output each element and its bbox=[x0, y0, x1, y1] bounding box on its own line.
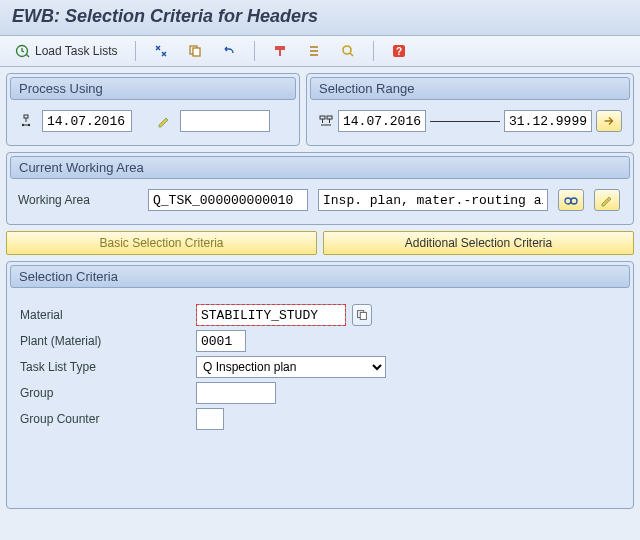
arrow-right-icon bbox=[601, 113, 617, 129]
svg-rect-4 bbox=[279, 50, 281, 56]
working-area-label: Working Area bbox=[18, 193, 138, 207]
copy-button[interactable] bbox=[180, 40, 210, 62]
content: Process Using Selection Range bbox=[0, 67, 640, 515]
material-label: Material bbox=[20, 308, 190, 322]
change-number-input[interactable] bbox=[180, 110, 270, 132]
svg-point-13 bbox=[565, 198, 571, 204]
toolbar: Load Task Lists ? bbox=[0, 36, 640, 67]
tools-button[interactable] bbox=[146, 40, 176, 62]
svg-text:?: ? bbox=[395, 46, 401, 57]
svg-rect-11 bbox=[320, 116, 325, 119]
help-button[interactable]: ? bbox=[384, 40, 414, 62]
search-button[interactable] bbox=[333, 40, 363, 62]
titlebar: EWB: Selection Criteria for Headers bbox=[0, 0, 640, 36]
range-icon bbox=[318, 113, 334, 129]
multi-select-icon bbox=[354, 307, 370, 323]
criteria-tabs: Basic Selection Criteria Additional Sele… bbox=[6, 231, 634, 255]
group-input[interactable] bbox=[196, 382, 276, 404]
groupcounter-input[interactable] bbox=[196, 408, 224, 430]
svg-rect-3 bbox=[275, 46, 285, 50]
load-task-lists-button[interactable]: Load Task Lists bbox=[8, 40, 125, 62]
svg-point-14 bbox=[571, 198, 577, 204]
range-to-input[interactable] bbox=[504, 110, 592, 132]
svg-rect-8 bbox=[24, 115, 28, 118]
material-valuehelp-button[interactable] bbox=[352, 304, 372, 326]
tools-icon bbox=[153, 43, 169, 59]
tab-additional[interactable]: Additional Selection Criteria bbox=[323, 231, 634, 255]
group-label: Group bbox=[20, 386, 190, 400]
plant-label: Plant (Material) bbox=[20, 334, 190, 348]
toolbar-separator bbox=[254, 41, 255, 61]
list-icon bbox=[306, 43, 322, 59]
svg-point-9 bbox=[22, 124, 24, 126]
tab-basic[interactable]: Basic Selection Criteria bbox=[6, 231, 317, 255]
undo-icon bbox=[221, 43, 237, 59]
edit-button[interactable] bbox=[594, 189, 620, 211]
working-area-panel: Current Working Area Working Area bbox=[6, 152, 634, 225]
svg-rect-16 bbox=[360, 312, 366, 319]
search-icon bbox=[340, 43, 356, 59]
undo-button[interactable] bbox=[214, 40, 244, 62]
svg-point-5 bbox=[343, 46, 351, 54]
marker-icon bbox=[272, 43, 288, 59]
load-task-lists-label: Load Task Lists bbox=[35, 44, 118, 58]
range-from-input[interactable] bbox=[338, 110, 426, 132]
action2-button[interactable] bbox=[299, 40, 329, 62]
working-area-header: Current Working Area bbox=[10, 156, 630, 179]
working-area-desc bbox=[318, 189, 548, 211]
process-using-header: Process Using bbox=[10, 77, 296, 100]
clock-execute-icon bbox=[15, 43, 31, 59]
help-icon: ? bbox=[391, 43, 407, 59]
plant-input[interactable] bbox=[196, 330, 246, 352]
toolbar-separator bbox=[135, 41, 136, 61]
toolbar-separator bbox=[373, 41, 374, 61]
selection-criteria-panel: Selection Criteria Material Plant (Mater… bbox=[6, 261, 634, 509]
selection-range-panel: Selection Range bbox=[306, 73, 634, 146]
tasklisttype-select[interactable]: Q Inspection plan bbox=[196, 356, 386, 378]
pencil-icon bbox=[156, 113, 172, 129]
pencil-icon bbox=[599, 192, 615, 208]
page-title: EWB: Selection Criteria for Headers bbox=[12, 6, 628, 27]
copy-icon bbox=[187, 43, 203, 59]
tasklisttype-label: Task List Type bbox=[20, 360, 190, 374]
svg-rect-12 bbox=[327, 116, 332, 119]
working-area-id[interactable] bbox=[148, 189, 308, 211]
multiple-selection-button[interactable] bbox=[596, 110, 622, 132]
svg-rect-2 bbox=[193, 48, 200, 56]
action1-button[interactable] bbox=[265, 40, 295, 62]
groupcounter-label: Group Counter bbox=[20, 412, 190, 426]
key-date-input[interactable] bbox=[42, 110, 132, 132]
glasses-icon bbox=[563, 192, 579, 208]
selection-range-header: Selection Range bbox=[310, 77, 630, 100]
svg-point-10 bbox=[28, 124, 30, 126]
selection-criteria-header: Selection Criteria bbox=[10, 265, 630, 288]
range-line bbox=[430, 121, 500, 122]
process-using-panel: Process Using bbox=[6, 73, 300, 146]
material-input[interactable] bbox=[196, 304, 346, 326]
display-button[interactable] bbox=[558, 189, 584, 211]
key-date-icon bbox=[18, 113, 34, 129]
